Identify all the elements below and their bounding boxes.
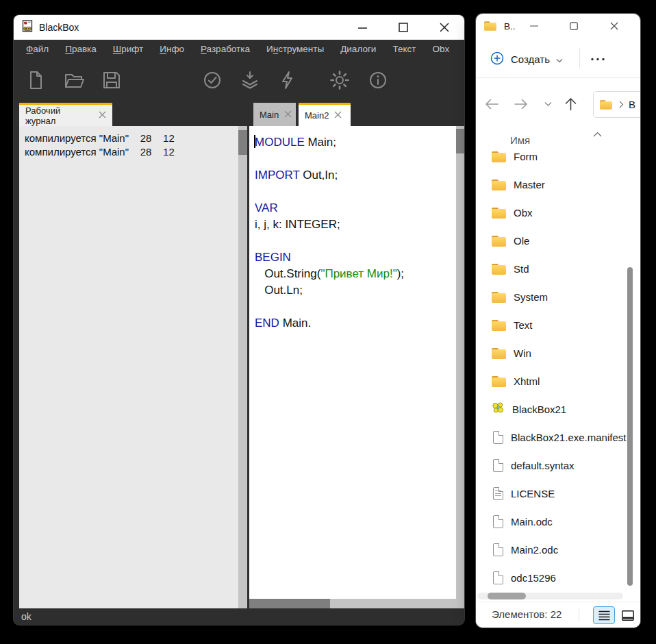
menu-item-dialogs[interactable]: Диалоги (340, 44, 376, 54)
tab-close-icon[interactable] (284, 110, 292, 120)
minimize-button[interactable] (352, 15, 373, 40)
editor-horizontal-scrollbar[interactable] (249, 599, 456, 608)
back-arrow-icon[interactable] (485, 98, 499, 110)
tab-main2-label: Main2 (305, 110, 329, 121)
history-chevron-icon[interactable] (544, 101, 552, 107)
folder-icon (492, 348, 506, 359)
close-button[interactable] (434, 15, 455, 40)
menu-item-font[interactable]: Шрифт (113, 44, 143, 54)
minimize-button[interactable] (525, 14, 544, 38)
code-line: END Main. (255, 315, 456, 332)
menu-item-dev[interactable]: Разработка (201, 44, 250, 54)
code-line-blank (255, 299, 456, 315)
file-row[interactable]: BlackBox21 (476, 395, 640, 423)
check-compile-icon[interactable] (201, 69, 224, 92)
info-icon[interactable] (366, 69, 390, 92)
file-row[interactable]: Text (476, 311, 640, 339)
tab-log[interactable]: Рабочий журнал (19, 103, 112, 126)
folder-icon (492, 179, 506, 190)
forward-arrow-icon[interactable] (514, 98, 528, 110)
file-icon (493, 431, 503, 444)
file-row[interactable]: BlackBox21.exe.manifest (476, 423, 640, 451)
log-pane[interactable]: компилируется "Main" 28 12 компилируется… (19, 126, 238, 608)
up-arrow-icon[interactable] (564, 97, 577, 111)
log-scrollbar-thumb[interactable] (238, 130, 247, 155)
text-document-icon (493, 487, 503, 500)
settings-gear-icon[interactable] (328, 69, 351, 92)
code-line: Out.Ln; (255, 282, 456, 299)
status-text: ok (21, 611, 31, 622)
folder-icon (492, 264, 506, 275)
explorer-hscroll-thumb[interactable] (488, 593, 526, 599)
tab-log-label: Рабочий журнал (25, 106, 93, 126)
open-folder-icon[interactable] (62, 69, 86, 92)
tab-main2[interactable]: Main2 (299, 103, 351, 126)
tab-close-icon[interactable] (99, 110, 106, 121)
tab-main-label: Main (260, 110, 279, 120)
breadcrumb[interactable]: B (629, 99, 635, 110)
breadcrumb-chevron-icon (619, 99, 624, 111)
file-row[interactable]: LICENSE (476, 480, 640, 508)
code-line: BEGIN (255, 249, 456, 266)
editor-hscroll-thumb[interactable] (249, 599, 330, 608)
close-button[interactable] (605, 14, 624, 38)
tab-close-icon[interactable] (334, 110, 342, 121)
create-new-button[interactable]: Создать (485, 48, 567, 70)
blackbox-window: BlackBox Файл Правка Шрифт Инфо Разработ… (14, 15, 464, 625)
menu-item-tools[interactable]: Инструменты (266, 44, 324, 54)
file-row[interactable]: Xhtml (476, 367, 640, 395)
folder-icon (492, 292, 506, 303)
file-row[interactable]: Main.odc (476, 508, 640, 536)
file-row[interactable]: default.syntax (476, 451, 640, 480)
file-row[interactable]: odc15296 (476, 564, 640, 592)
tab-main[interactable]: Main (253, 103, 296, 126)
run-lightning-icon[interactable] (276, 69, 299, 92)
menu-item-edit[interactable]: Правка (65, 44, 97, 54)
editor-vertical-scrollbar[interactable] (456, 126, 464, 608)
large-icons-view-button[interactable] (618, 606, 638, 624)
file-row[interactable]: Obx (476, 199, 640, 227)
explorer-title-bar: B.. (476, 14, 640, 38)
file-row[interactable]: Win (476, 339, 640, 367)
command-bar-divider (579, 48, 580, 69)
menu-item-info[interactable]: Инфо (160, 44, 184, 54)
code-line: MODULE Main; (255, 134, 456, 151)
editor-vscroll-thumb[interactable] (456, 129, 464, 153)
log-scrollbar[interactable] (238, 126, 247, 608)
explorer-horizontal-scrollbar[interactable] (477, 593, 623, 599)
file-row[interactable]: Form (476, 143, 640, 171)
folder-icon (492, 151, 506, 162)
log-line: компилируется "Main" 28 12 (25, 145, 238, 159)
workspace: компилируется "Main" 28 12 компилируется… (14, 126, 464, 608)
file-row[interactable]: Main2.odc (476, 536, 640, 564)
sort-ascending-icon[interactable] (593, 127, 602, 140)
file-row[interactable]: Ole (476, 227, 640, 255)
code-line: IMPORT Out,In; (255, 167, 456, 184)
menu-item-obx[interactable]: Obx (432, 44, 449, 54)
explorer-window: B.. Создать B Имя Form Master Obx Ole St… (476, 14, 640, 628)
maximize-button[interactable] (564, 14, 583, 38)
file-row[interactable]: System (476, 283, 640, 311)
menu-item-file[interactable]: Файл (26, 44, 49, 54)
file-row[interactable]: Master (476, 171, 640, 199)
new-document-icon[interactable] (24, 69, 47, 92)
save-icon[interactable] (100, 69, 123, 92)
code-line-blank (255, 184, 456, 200)
more-options-button[interactable] (585, 48, 610, 70)
code-editor[interactable]: MODULE Main; IMPORT Out,In; VAR i, j, k:… (249, 126, 456, 608)
blackbox-title-bar: BlackBox (14, 15, 464, 40)
maximize-button[interactable] (393, 15, 414, 40)
address-bar[interactable]: B (593, 91, 640, 118)
explorer-vertical-scrollbar[interactable] (627, 267, 633, 586)
file-icon (493, 515, 503, 528)
code-line-blank (255, 151, 456, 167)
file-row[interactable]: Std (476, 255, 640, 283)
tab-bar: Рабочий журнал Main Main2 (14, 103, 464, 126)
details-view-button[interactable] (593, 606, 615, 624)
deploy-layers-icon[interactable] (238, 69, 262, 92)
menu-bar: Файл Правка Шрифт Инфо Разработка Инстру… (14, 40, 464, 58)
menu-item-text[interactable]: Текст (392, 44, 416, 54)
status-bar: ok (14, 608, 464, 625)
create-button-label: Создать (511, 53, 550, 65)
code-line: VAR (255, 200, 456, 216)
